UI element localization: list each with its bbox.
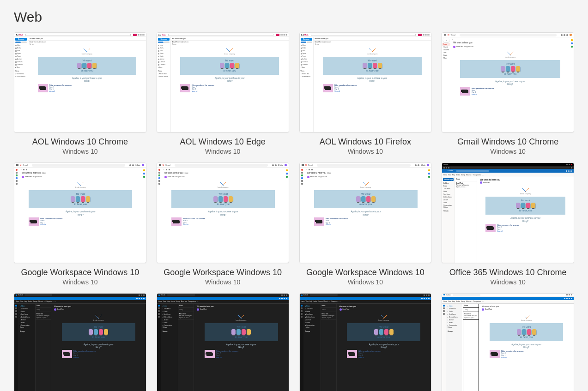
outlook-folder-item[interactable]: Conversation History — [443, 204, 454, 209]
avatar[interactable] — [427, 164, 429, 166]
product-block: Nike sneakers for women Size: 7 Qty: 1 V… — [205, 350, 278, 359]
aol-meta: Email Test test@mail.com To: me — [314, 41, 431, 45]
keep-icon[interactable] — [428, 169, 430, 171]
hero-text-top: We want — [361, 192, 370, 195]
calendar-icon[interactable] — [286, 173, 288, 174]
outlook-folder-item[interactable]: ▸ Conversation History — [19, 324, 34, 329]
outlook-ribbon[interactable]: HomeViewHelpJunk ▾SweepMove to ▾Categori… — [442, 173, 574, 177]
aol-compose[interactable]: Compose — [15, 38, 27, 41]
avatar[interactable] — [285, 164, 287, 166]
preview-thumbnail[interactable]: M Gmail ＋ InboxStarredSnoozedSentDraftsM… — [442, 32, 574, 132]
aol-compose[interactable]: Compose — [158, 38, 170, 41]
outlook-folder-item[interactable]: ▸ Conversation History — [304, 324, 320, 329]
gmail-header: M Gmail G Suite — [300, 163, 431, 168]
outlook-msglist[interactable]: Inbox Today Email TestWe want to hear yo… — [463, 304, 479, 391]
gmail-toolbar[interactable]: ← — [19, 168, 142, 171]
preview-card: M Gmail ＋ InboxStarredSnoozedSentDraftsM… — [442, 32, 574, 155]
outlook-search[interactable] — [453, 294, 480, 296]
hero-text-top: We want — [76, 192, 85, 195]
calendar-icon[interactable] — [143, 173, 145, 174]
outlook-msglist[interactable]: Inbox Email TestWe want to hear youAgath… — [455, 177, 477, 262]
new-message-btn[interactable]: New message — [443, 178, 454, 181]
gmail-search[interactable] — [175, 164, 268, 167]
outlook-search[interactable] — [24, 294, 52, 296]
preview-thumbnail[interactable]: M Gmail G Suite ← We want to hear youInb… — [299, 162, 432, 263]
outlook-msglist[interactable]: Inbox Today Email TestWe want to hear yo… — [178, 304, 194, 391]
menu-icon[interactable] — [159, 164, 161, 166]
preview-thumbnail[interactable]: Outlook Outlook HomeViewHelpJunk ▾SweepM… — [442, 162, 574, 263]
gmail-rail — [14, 168, 19, 262]
outlook-search[interactable] — [310, 294, 338, 296]
aol-header-icons[interactable] — [280, 34, 287, 36]
gmail-search[interactable] — [32, 164, 125, 167]
avatar[interactable] — [142, 164, 144, 166]
gmail-toolbar[interactable]: ← — [450, 37, 570, 41]
outlook-ribbon[interactable]: HomeViewHelpJunk ▾SweepMove to ▾Categori… — [300, 300, 431, 304]
avatar[interactable] — [570, 34, 572, 36]
preview-thumbnail[interactable]: M Gmail G Suite ← We want to hear youInb… — [157, 162, 289, 263]
compose-icon[interactable] — [301, 169, 303, 171]
compose-button[interactable]: ＋ — [443, 38, 449, 42]
gmail-folder-item[interactable]: More — [442, 57, 450, 60]
outlook-search[interactable] — [456, 170, 489, 172]
tasks-icon[interactable] — [143, 176, 145, 178]
keep-icon[interactable] — [143, 169, 145, 171]
outlook-rail[interactable] — [442, 304, 446, 391]
gmail-header-icons[interactable] — [129, 164, 134, 166]
preview-thumbnail[interactable]: Outlook HomeViewHelpJunk ▾SweepMove to ▾… — [157, 293, 289, 391]
compose-icon[interactable] — [16, 169, 18, 171]
gmail-email-body: brand company We want to hear you Agatha… — [162, 179, 285, 262]
aol-search-btn[interactable] — [418, 34, 422, 36]
outlook-rail[interactable] — [157, 304, 161, 391]
aol-compose[interactable]: Compose — [301, 38, 312, 41]
gmail-header-icons[interactable] — [561, 34, 568, 36]
waffle-icon[interactable] — [444, 170, 446, 172]
preview-thumbnail[interactable]: Outlook HomeViewHelpJunk ▾SweepMove to ▾… — [299, 293, 432, 391]
keep-icon[interactable] — [286, 169, 288, 171]
gmail-toolbar[interactable]: ← — [162, 168, 285, 171]
menu-icon[interactable] — [444, 34, 446, 36]
outlook-ribbon[interactable]: HomeViewHelpJunk ▾SweepMove to ▾Categori… — [157, 300, 289, 304]
gmail-search[interactable] — [317, 164, 410, 167]
aol-search-btn[interactable] — [276, 34, 279, 36]
outlook-rail[interactable] — [300, 304, 303, 391]
tagline: Agatha, is your purchase to yourliking? — [215, 77, 245, 83]
aol-search-btn[interactable] — [133, 34, 137, 36]
gsuite-label: G Suite — [421, 164, 426, 166]
hero-text-top: We want — [218, 192, 228, 195]
outlook-folder-item[interactable]: ▸ Conversation History — [447, 324, 462, 329]
aol-search[interactable] — [25, 34, 130, 36]
outlook-msglist[interactable]: Inbox Today Email TestWe want to hear yo… — [321, 304, 337, 391]
hero-banner: We want to hear you — [180, 57, 279, 75]
preview-thumbnail[interactable]: M Gmail G Suite ← We want to hear youInb… — [14, 162, 146, 263]
gmail-search[interactable] — [460, 34, 557, 36]
outlook-msglist[interactable]: Inbox Today Email TestWe want to hear yo… — [36, 304, 51, 391]
aol-search[interactable] — [311, 34, 416, 36]
gmail-header-icons[interactable] — [415, 164, 419, 166]
tasks-icon[interactable] — [286, 176, 288, 178]
tasks-icon[interactable] — [428, 176, 430, 178]
aol-search[interactable] — [168, 34, 273, 36]
aol-header: Aol Mail. — [14, 33, 146, 37]
menu-icon[interactable] — [302, 164, 304, 166]
hero-bulbs — [516, 203, 535, 208]
aol-header-icons[interactable] — [138, 34, 145, 36]
calendar-icon[interactable] — [428, 173, 430, 174]
product-image — [171, 217, 182, 226]
preview-thumbnail[interactable]: Aol Mail. Compose InboxDraftsSentSpamTra… — [157, 32, 289, 132]
gmail-header-icons[interactable] — [272, 164, 277, 166]
preview-thumbnail[interactable]: Outlook HomeViewHelpJunk ▾SweepMove to ▾… — [442, 293, 574, 391]
gmail-toolbar[interactable]: ← — [304, 168, 428, 171]
preview-thumbnail[interactable]: Outlook HomeViewHelpJunk ▾SweepMove to ▾… — [14, 293, 146, 391]
outlook-rail[interactable] — [14, 304, 18, 391]
product-image — [38, 84, 48, 92]
preview-thumbnail[interactable]: Aol Mail. Compose InboxDraftsSentSpamTra… — [299, 32, 432, 132]
outlook-ribbon[interactable]: HomeViewHelpJunk ▾SweepMove to ▾Categori… — [14, 300, 146, 304]
compose-icon[interactable] — [158, 169, 160, 171]
aol-header-icons[interactable] — [423, 34, 430, 36]
menu-icon[interactable] — [16, 164, 18, 166]
outlook-folder-item[interactable]: ▸ Conversation History — [162, 324, 177, 329]
outlook-search[interactable] — [167, 294, 195, 296]
outlook-ribbon[interactable]: HomeViewHelpJunk ▾SweepMove to ▾Categori… — [442, 300, 574, 304]
preview-thumbnail[interactable]: Aol Mail. Compose InboxDraftsSentSpamTra… — [14, 32, 146, 132]
